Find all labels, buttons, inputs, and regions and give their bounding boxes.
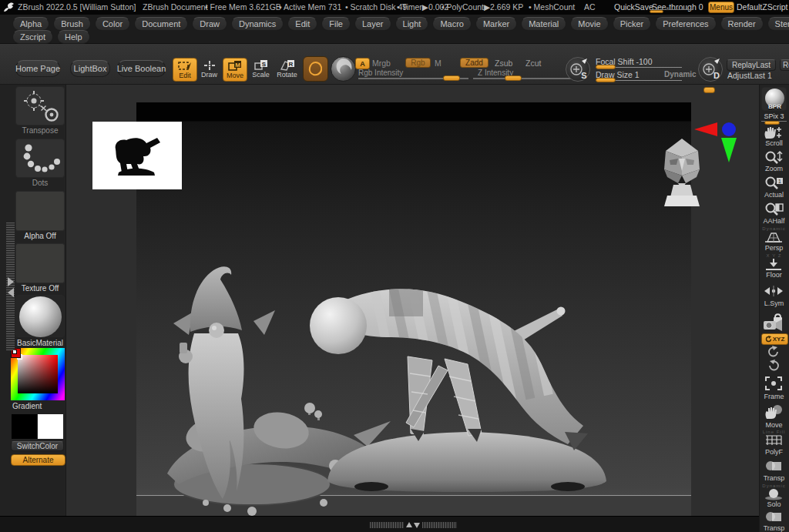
alternate-button[interactable]: Alternate <box>11 454 65 466</box>
axis-z-dot[interactable] <box>722 122 736 136</box>
scale-mode-button[interactable]: S Scale <box>250 58 272 80</box>
replay-last-partial-button[interactable]: Rep <box>780 59 789 71</box>
mrgb-button[interactable]: Mrgb <box>372 59 391 68</box>
live-boolean-button[interactable]: Live Boolean <box>117 60 166 77</box>
color-picker[interactable] <box>11 348 65 400</box>
creature-sculpt[interactable] <box>310 236 606 492</box>
current-brush-button[interactable] <box>303 56 328 82</box>
rgb-button[interactable]: Rgb <box>405 58 431 68</box>
active-mem-stat: • Active Mem 731 <box>279 2 341 12</box>
menu-alpha[interactable]: Alpha <box>12 17 49 31</box>
z-intensity-handle[interactable] <box>505 75 522 81</box>
actual-size-button[interactable]: 1 <box>764 176 784 189</box>
menu-file[interactable]: File <box>321 17 351 31</box>
texture-off-label: Texture Off <box>8 284 72 293</box>
see-through-slider-handle[interactable] <box>650 10 663 13</box>
bpr-render-button[interactable]: BPR <box>761 87 787 111</box>
zsub-button[interactable]: Zsub <box>495 59 512 68</box>
z-intensity-track[interactable] <box>473 78 581 79</box>
replay-last-button[interactable]: ReplayLast <box>727 59 776 71</box>
local-symmetry-icon <box>763 285 784 297</box>
spix-slider-handle[interactable] <box>764 121 780 125</box>
menu-dynamics[interactable]: Dynamics <box>231 17 284 31</box>
rotate-y-button[interactable] <box>766 346 781 357</box>
persp-button[interactable] <box>764 231 784 243</box>
frame-button[interactable] <box>764 376 783 391</box>
camera-lock-icon <box>762 312 785 332</box>
transparency-button[interactable] <box>764 460 783 473</box>
sculpt-scene[interactable] <box>136 102 691 516</box>
lightbox-button[interactable]: LightBox <box>70 60 110 77</box>
left-tray-divider-arrows-icon[interactable] <box>4 276 17 299</box>
stroke-curve-button[interactable]: S <box>566 57 590 82</box>
local-symmetry-button[interactable] <box>763 285 784 297</box>
axis-y-arrow[interactable] <box>721 138 737 162</box>
menu-marker[interactable]: Marker <box>475 17 517 31</box>
floor-button[interactable] <box>764 258 784 271</box>
zoom-button[interactable] <box>764 150 784 164</box>
aahalf-button[interactable] <box>764 202 784 216</box>
transparency-button-2[interactable] <box>764 510 783 524</box>
depth-mask-button[interactable]: D <box>698 57 723 82</box>
rgb-intensity-handle[interactable] <box>443 75 460 81</box>
zoom-magnifier-icon <box>764 150 784 164</box>
basic-material-button[interactable] <box>15 295 65 337</box>
menu-stencil[interactable]: Stencil <box>767 17 789 31</box>
rotate-mode-button[interactable]: R Rotate <box>275 58 299 80</box>
menu-edit[interactable]: Edit <box>287 17 317 31</box>
menu-brush[interactable]: Brush <box>53 17 91 31</box>
main-color-swatch[interactable] <box>12 414 37 439</box>
texture-off-button[interactable] <box>15 243 65 283</box>
a-button[interactable]: A <box>355 58 370 69</box>
menu-render[interactable]: Render <box>720 17 764 31</box>
edit-mode-button[interactable]: Edit <box>173 58 197 82</box>
switch-color-button[interactable]: SwitchColor <box>11 441 64 451</box>
solo-button[interactable] <box>764 488 783 500</box>
menu-color[interactable]: Color <box>95 17 130 31</box>
menu-help[interactable]: Help <box>57 30 90 44</box>
current-material-button[interactable] <box>331 56 356 82</box>
menu-material[interactable]: Material <box>521 17 566 31</box>
xyz-rotation-button[interactable]: XYZ <box>761 333 788 345</box>
draw-mode-button[interactable]: Draw <box>198 58 220 80</box>
draw-size-handle[interactable] <box>596 78 616 82</box>
home-page-button[interactable]: Home Page <box>15 60 60 77</box>
menu-movie[interactable]: Movie <box>570 17 608 31</box>
m-button[interactable]: M <box>435 59 442 68</box>
default-zscript-label[interactable]: DefaultZScript <box>737 2 788 12</box>
quicksave-button[interactable]: QuickSave <box>614 2 653 12</box>
stroke-dots-button[interactable] <box>15 139 65 178</box>
zcut-button[interactable]: Zcut <box>525 59 541 68</box>
dynamic-toggle[interactable]: Dynamic <box>664 70 697 79</box>
polyframe-button[interactable] <box>764 434 783 447</box>
move-mode-button[interactable]: M Move <box>223 58 247 82</box>
move-canvas-button[interactable] <box>764 404 784 420</box>
bottom-tray-divider-left[interactable] <box>370 522 404 528</box>
adjust-last-slider[interactable]: AdjustLast 1 <box>727 71 772 80</box>
scroll-button[interactable] <box>763 125 784 139</box>
menu-macro[interactable]: Macro <box>432 17 472 31</box>
bottom-tray-divider-right[interactable] <box>422 522 457 528</box>
menu-light[interactable]: Light <box>395 17 429 31</box>
menu-preferences[interactable]: Preferences <box>655 17 716 31</box>
menu-picker[interactable]: Picker <box>613 17 652 31</box>
menu-document[interactable]: Document <box>134 17 188 31</box>
polymesh-head-preview[interactable] <box>660 136 704 206</box>
canvas-scroll-handle[interactable] <box>703 87 715 93</box>
axis-x-arrow[interactable] <box>694 122 717 136</box>
transparency-icon <box>764 460 783 473</box>
color-picker-sv-square[interactable] <box>18 355 58 393</box>
menu-layer[interactable]: Layer <box>354 17 391 31</box>
rotate-z-button[interactable] <box>766 360 781 371</box>
menus-button[interactable]: Menus <box>708 2 734 13</box>
secondary-color-swatch[interactable] <box>38 414 63 439</box>
alpha-off-button[interactable] <box>15 191 65 231</box>
focal-shift-handle[interactable] <box>596 65 616 69</box>
bottom-tray-divider-arrows-icon[interactable] <box>405 521 421 529</box>
menu-draw[interactable]: Draw <box>192 17 227 31</box>
transpose-tool-button[interactable] <box>15 86 65 125</box>
camera-lock-button[interactable] <box>762 312 785 332</box>
material-swirl-icon <box>331 57 355 81</box>
zadd-button[interactable]: Zadd <box>460 58 489 68</box>
menu-zscript[interactable]: Zscript <box>12 30 53 44</box>
